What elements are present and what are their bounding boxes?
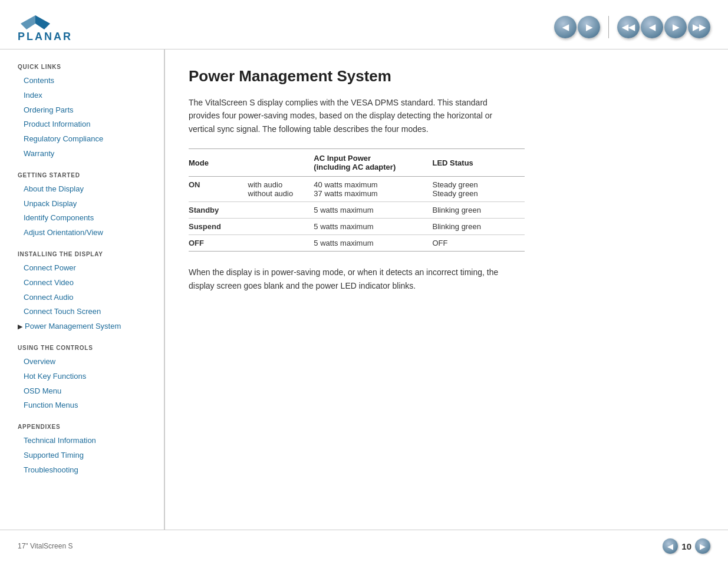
header: PLANAR ◀ ▶ ◀◀ ◀ ▶ ▶▶ bbox=[0, 0, 728, 49]
nav-separator bbox=[608, 16, 609, 38]
table-header-row: Mode AC Input Power(including AC adapter… bbox=[189, 149, 525, 177]
footer-product-label: 17" VitalScreen S bbox=[18, 542, 73, 550]
footer-page-number: 10 bbox=[681, 541, 691, 551]
footer-next-button[interactable]: ▶ bbox=[695, 538, 710, 554]
col-header-led: LED Status bbox=[433, 149, 525, 177]
nav-buttons: ◀ ▶ ◀◀ ◀ ▶ ▶▶ bbox=[554, 16, 710, 38]
svg-marker-0 bbox=[35, 15, 50, 24]
page-footer: 17" VitalScreen S ◀ 10 ▶ bbox=[0, 530, 728, 562]
svg-marker-2 bbox=[35, 24, 50, 29]
sidebar-link[interactable]: Warranty bbox=[18, 147, 152, 161]
table-row: ONwith audiowithout audio40 watts maximu… bbox=[189, 177, 525, 202]
nav-prev2-button[interactable]: ◀ bbox=[641, 16, 663, 38]
nav-group-prev-next: ◀ ▶ bbox=[554, 16, 600, 38]
sidebar-link-label: Index bbox=[24, 90, 42, 102]
table-cell-led: OFF bbox=[433, 235, 525, 252]
sidebar-link[interactable]: Product Information bbox=[18, 117, 152, 132]
sidebar-link[interactable]: Connect Power bbox=[18, 261, 152, 276]
table-row: Standby5 watts maximumBlinking green bbox=[189, 202, 525, 219]
sidebar-link[interactable]: Ordering Parts bbox=[18, 103, 152, 118]
nav-last-button[interactable]: ▶▶ bbox=[688, 16, 710, 38]
sidebar-link-label: Product Information bbox=[24, 118, 90, 131]
sidebar-link-label: Hot Key Functions bbox=[24, 371, 86, 383]
sidebar-link-label: Warranty bbox=[24, 148, 54, 160]
table-cell-sub bbox=[248, 202, 314, 219]
nav-next-button[interactable]: ▶ bbox=[578, 16, 600, 38]
table-cell-power: 5 watts maximum bbox=[314, 235, 432, 252]
sidebar-link[interactable]: Function Menus bbox=[18, 398, 152, 413]
sidebar-link[interactable]: ▶Power Management System bbox=[18, 319, 152, 334]
sidebar-link-label: Function Menus bbox=[24, 399, 78, 412]
sidebar-link-label: Unpack Display bbox=[24, 198, 77, 210]
sidebar-link-label: OSD Menu bbox=[24, 385, 61, 398]
sidebar-link-label: Identify Components bbox=[24, 212, 94, 224]
table-row: Suspend5 watts maximumBlinking green bbox=[189, 219, 525, 235]
table-row: OFF5 watts maximumOFF bbox=[189, 235, 525, 252]
logo-area: PLANAR bbox=[18, 11, 94, 43]
sidebar: QUICK LINKSContentsIndexOrdering PartsPr… bbox=[0, 49, 165, 530]
sidebar-link[interactable]: About the Display bbox=[18, 182, 152, 197]
sidebar-link[interactable]: Index bbox=[18, 88, 152, 103]
sidebar-arrow-icon: ▶ bbox=[18, 322, 24, 332]
table-cell-led: Steady greenSteady green bbox=[433, 177, 525, 202]
sidebar-link[interactable]: Overview bbox=[18, 355, 152, 369]
sidebar-section-title: USING THE CONTROLS bbox=[18, 345, 152, 351]
sidebar-link-label: Connect Video bbox=[24, 277, 74, 289]
table-cell-mode: OFF bbox=[189, 235, 248, 252]
col-header-sub bbox=[248, 149, 314, 177]
main-layout: QUICK LINKSContentsIndexOrdering PartsPr… bbox=[0, 49, 728, 530]
nav-group-controls: ◀◀ ◀ ▶ ▶▶ bbox=[617, 16, 710, 38]
nav-prev-button[interactable]: ◀ bbox=[554, 16, 577, 38]
sidebar-link-label: Ordering Parts bbox=[24, 104, 74, 117]
sidebar-link-label: Connect Power bbox=[24, 262, 76, 275]
sidebar-link-label: Supported Timing bbox=[24, 449, 84, 462]
sidebar-link[interactable]: Regulatory Compliance bbox=[18, 132, 152, 147]
sidebar-link-label: Connect Touch Screen bbox=[24, 306, 101, 318]
sidebar-link[interactable]: Technical Information bbox=[18, 434, 152, 448]
sidebar-link-label: Troubleshooting bbox=[24, 464, 78, 477]
svg-marker-1 bbox=[21, 15, 35, 24]
table-cell-sub: with audiowithout audio bbox=[248, 177, 314, 202]
table-cell-led: Blinking green bbox=[433, 202, 525, 219]
sidebar-section-title: APPENDIXES bbox=[18, 424, 152, 430]
sidebar-section-title: GETTING STARTED bbox=[18, 172, 152, 178]
table-cell-sub bbox=[248, 219, 314, 235]
sidebar-link-label: Connect Audio bbox=[24, 292, 74, 304]
sidebar-link-label: Regulatory Compliance bbox=[24, 133, 103, 146]
sidebar-link[interactable]: Connect Video bbox=[18, 276, 152, 290]
footer-prev-button[interactable]: ◀ bbox=[663, 538, 678, 554]
table-cell-mode: Standby bbox=[189, 202, 248, 219]
table-cell-power: 5 watts maximum bbox=[314, 202, 432, 219]
sidebar-link[interactable]: Connect Audio bbox=[18, 290, 152, 305]
page-title: Power Management System bbox=[189, 67, 699, 85]
nav-first-button[interactable]: ◀◀ bbox=[617, 16, 640, 38]
sidebar-link[interactable]: Connect Touch Screen bbox=[18, 305, 152, 319]
footer-nav: ◀ 10 ▶ bbox=[663, 538, 710, 554]
sidebar-link[interactable]: Supported Timing bbox=[18, 448, 152, 463]
sidebar-link-label: Contents bbox=[24, 75, 54, 87]
sidebar-link[interactable]: Unpack Display bbox=[18, 197, 152, 211]
sidebar-link[interactable]: Identify Components bbox=[18, 211, 152, 226]
col-header-power: AC Input Power(including AC adapter) bbox=[314, 149, 432, 177]
footer-text: When the display is in power-saving mode… bbox=[189, 266, 519, 292]
sidebar-section-title: INSTALLING THE DISPLAY bbox=[18, 251, 152, 257]
table-cell-power: 5 watts maximum bbox=[314, 219, 432, 235]
sidebar-link-label: Power Management System bbox=[25, 320, 121, 333]
svg-marker-3 bbox=[21, 24, 35, 29]
table-cell-power: 40 watts maximum37 watts maximum bbox=[314, 177, 432, 202]
sidebar-link-label: Technical Information bbox=[24, 435, 96, 447]
sidebar-link[interactable]: Contents bbox=[18, 74, 152, 88]
sidebar-link[interactable]: Hot Key Functions bbox=[18, 369, 152, 384]
sidebar-section-title: QUICK LINKS bbox=[18, 64, 152, 70]
sidebar-link-label: About the Display bbox=[24, 183, 84, 196]
table-cell-led: Blinking green bbox=[433, 219, 525, 235]
sidebar-link[interactable]: OSD Menu bbox=[18, 384, 152, 399]
planar-logo: PLANAR bbox=[18, 11, 94, 43]
sidebar-link-label: Overview bbox=[24, 356, 55, 368]
table-cell-mode: Suspend bbox=[189, 219, 248, 235]
sidebar-link[interactable]: Troubleshooting bbox=[18, 463, 152, 478]
sidebar-link[interactable]: Adjust Orientation/View bbox=[18, 226, 152, 240]
table-cell-sub bbox=[248, 235, 314, 252]
nav-next2-button[interactable]: ▶ bbox=[664, 16, 687, 38]
col-header-mode: Mode bbox=[189, 149, 248, 177]
